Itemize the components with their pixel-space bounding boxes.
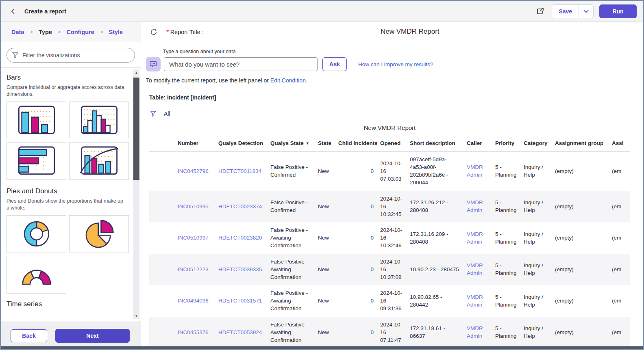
cell-assignment_group: (empty) bbox=[552, 151, 609, 191]
caller-link[interactable]: VMDR Admin bbox=[467, 294, 483, 308]
column-header-category[interactable]: Category bbox=[520, 138, 552, 151]
column-header-short_description[interactable]: Short description bbox=[407, 138, 463, 151]
pie-chart[interactable] bbox=[69, 215, 129, 253]
donut-chart[interactable] bbox=[7, 215, 66, 253]
column-header-number[interactable]: Number bbox=[174, 138, 215, 151]
cell-priority: 5 - Planning bbox=[492, 222, 520, 253]
number-link[interactable]: INC0494096 bbox=[178, 298, 209, 304]
cell-category: Inquiry / Help bbox=[520, 151, 552, 191]
cell-qualys_state: False Positive - Awaiting Confirmation bbox=[267, 222, 315, 253]
qualys_detection-link[interactable]: HDETCT0053924 bbox=[218, 329, 262, 335]
report-title-value[interactable]: New VMDR Report bbox=[381, 28, 439, 36]
qualys_detection-link[interactable]: HDETCT0031571 bbox=[218, 298, 262, 304]
grouped-bar-chart[interactable] bbox=[7, 102, 66, 139]
filter-section bbox=[1, 42, 141, 68]
cell-opened: 2024-10-16 10:32:45 bbox=[377, 191, 407, 222]
improve-results-link[interactable]: How can I improve my results? bbox=[358, 61, 433, 67]
horizontal-bar-chart[interactable] bbox=[7, 142, 66, 180]
scroll-down-icon[interactable]: ▼ bbox=[133, 313, 139, 319]
filter-all-label[interactable]: All bbox=[164, 110, 170, 117]
save-dropdown-button[interactable] bbox=[579, 5, 593, 18]
number-link[interactable]: INC0510997 bbox=[178, 235, 209, 241]
report-title-label: Report Title : bbox=[170, 29, 204, 35]
qualys_detection-link[interactable]: HDETCT0023820 bbox=[218, 235, 262, 241]
cell-caller: VMDR Admin bbox=[463, 254, 492, 285]
breadcrumb-chevron-icon: > bbox=[30, 29, 33, 35]
cell-assignment_group: (empty) bbox=[552, 254, 609, 285]
chevron-down-icon bbox=[583, 10, 589, 13]
refresh-button[interactable] bbox=[148, 27, 159, 37]
scroll-up-icon[interactable]: ▲ bbox=[133, 69, 139, 76]
incident-table: NumberQualys DetectionQualys State▼State… bbox=[149, 138, 630, 350]
section-description-pies: Pies and Donuts show the proportions tha… bbox=[7, 198, 126, 212]
question-input[interactable] bbox=[164, 57, 318, 71]
caller-link[interactable]: VMDR Admin bbox=[467, 231, 483, 245]
column-header-assignment_group[interactable]: Assignment group bbox=[552, 138, 609, 151]
number-link[interactable]: INC0452796 bbox=[178, 168, 209, 174]
section-description-bars: Compare individual or aggregate scores a… bbox=[7, 84, 126, 98]
caller-link[interactable]: VMDR Admin bbox=[467, 164, 483, 178]
cell-state: New bbox=[315, 254, 335, 285]
cell-short_description: 172.31.18.61 - 86637 bbox=[407, 317, 463, 348]
back-button[interactable] bbox=[7, 6, 19, 17]
column-chart[interactable] bbox=[69, 102, 129, 139]
wizard-back-button[interactable]: Back bbox=[11, 329, 47, 342]
row-spacer-cell bbox=[149, 151, 174, 191]
breadcrumb-step-type[interactable]: Type bbox=[39, 29, 52, 35]
column-header-caller[interactable]: Caller bbox=[463, 138, 492, 151]
visualization-sidebar: Data>Type>Configure>Style Bars Compare i… bbox=[1, 22, 141, 349]
breadcrumb-chevron-icon: > bbox=[100, 29, 103, 35]
cell-number: INC0494096 bbox=[174, 285, 215, 316]
cell-category: Inquiry / Help bbox=[520, 191, 552, 222]
cell-assigned_to: (em bbox=[609, 151, 630, 191]
filter-funnel-icon[interactable] bbox=[150, 110, 157, 117]
column-header-state[interactable]: State bbox=[315, 138, 335, 151]
cell-caller: VMDR Admin bbox=[463, 151, 492, 191]
number-link[interactable]: INC0512223 bbox=[178, 266, 209, 272]
number-link[interactable]: INC0510995 bbox=[178, 203, 209, 210]
filter-visualizations-input[interactable] bbox=[7, 48, 135, 63]
gauge-chart[interactable] bbox=[7, 256, 66, 294]
modify-hint: To modify the current report, use the le… bbox=[146, 77, 643, 84]
table-row: INC0510995HDETCT0023374False Positive - … bbox=[149, 191, 630, 222]
number-link[interactable]: INC0455376 bbox=[178, 329, 209, 335]
caller-link[interactable]: VMDR Admin bbox=[467, 325, 483, 339]
share-icon bbox=[535, 7, 544, 16]
pareto-chart[interactable] bbox=[69, 142, 129, 180]
share-button[interactable] bbox=[534, 5, 546, 17]
column-header-child_incidents[interactable]: Child Incidents bbox=[335, 138, 377, 151]
cell-qualys_state: False Positive - Awaiting Confirmation bbox=[267, 317, 315, 348]
column-header-qualys_state[interactable]: Qualys State▼ bbox=[267, 138, 315, 151]
cell-category: Inquiry / Help bbox=[520, 222, 552, 253]
cell-opened: 2024-10-16 10:37:08 bbox=[377, 254, 407, 285]
refresh-icon bbox=[150, 28, 158, 36]
cell-opened: 2024-10-16 07:03:03 bbox=[377, 151, 407, 191]
qualys_detection-link[interactable]: HDETCT0023374 bbox=[218, 203, 262, 210]
cell-opened: 2024-10-16 10:32:46 bbox=[377, 222, 407, 253]
column-header-opened[interactable]: Opened bbox=[377, 138, 407, 151]
run-button[interactable]: Run bbox=[599, 4, 637, 18]
breadcrumb-step-style[interactable]: Style bbox=[109, 29, 123, 35]
caller-link[interactable]: VMDR Admin bbox=[467, 199, 483, 213]
qualys_detection-link[interactable]: HDETCT0039335 bbox=[218, 266, 262, 272]
cell-assignment_group: (empty) bbox=[552, 317, 609, 348]
column-header-priority[interactable]: Priority bbox=[492, 138, 520, 151]
column-header-assigned_to[interactable]: Assi bbox=[609, 138, 630, 151]
caller-link[interactable]: VMDR Admin bbox=[467, 262, 483, 276]
scrollbar-thumb[interactable] bbox=[133, 78, 139, 180]
column-header-qualys_detection[interactable]: Qualys Detection bbox=[215, 138, 267, 151]
section-heading-time-series: Time series bbox=[7, 300, 126, 308]
assistant-button[interactable] bbox=[146, 57, 161, 71]
wizard-next-button[interactable]: Next bbox=[55, 329, 130, 343]
chat-bubble-icon bbox=[149, 60, 157, 68]
save-button[interactable]: Save bbox=[552, 5, 579, 18]
ask-button[interactable]: Ask bbox=[322, 57, 347, 71]
qualys_detection-link[interactable]: HDETCT0011834 bbox=[218, 168, 261, 174]
breadcrumb-step-data[interactable]: Data bbox=[11, 29, 24, 35]
sidebar-scrollbar[interactable]: ▲ ▼ bbox=[133, 69, 139, 319]
filter-condition-row: All bbox=[150, 110, 643, 117]
cell-caller: VMDR Admin bbox=[463, 191, 492, 222]
wizard-breadcrumb: Data>Type>Configure>Style bbox=[1, 22, 141, 42]
breadcrumb-step-configure[interactable]: Configure bbox=[66, 29, 94, 35]
edit-condition-link[interactable]: Edit Condition. bbox=[270, 77, 307, 84]
